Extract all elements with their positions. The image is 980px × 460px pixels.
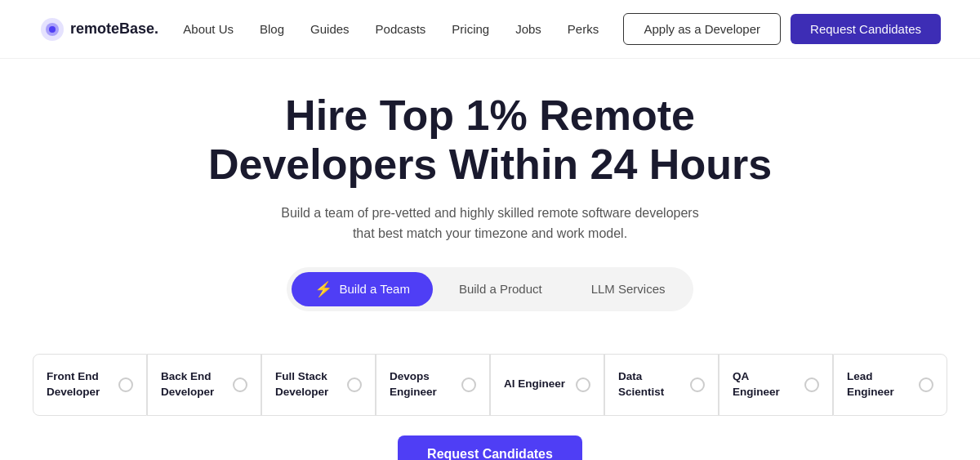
tabs-container: ⚡ Build a Team Build a Product LLM Servi… xyxy=(39,267,941,311)
hero-subtext: Build a team of pre-vetted and highly sk… xyxy=(278,203,702,244)
role-radio[interactable] xyxy=(118,377,133,392)
role-card-qa-engineer[interactable]: QA Engineer xyxy=(719,354,833,416)
nav-actions: Apply as a Developer Request Candidates xyxy=(623,13,941,45)
role-label: Data Scientist xyxy=(618,369,684,400)
logo-text: remoteBase. xyxy=(70,20,158,38)
role-radio[interactable] xyxy=(919,377,933,392)
nav-link-blog[interactable]: Blog xyxy=(260,22,284,36)
tab-llm-services-label: LLM Services xyxy=(591,282,666,296)
nav-link-about-us[interactable]: About Us xyxy=(183,22,234,36)
apply-developer-button[interactable]: Apply as a Developer xyxy=(623,13,781,45)
role-card-devops-engineer[interactable]: Devops Engineer xyxy=(376,354,490,416)
role-label: Full Stack Developer xyxy=(275,369,341,400)
role-card-back-end-developer[interactable]: Back End Developer xyxy=(147,354,261,416)
role-radio[interactable] xyxy=(690,377,705,392)
role-card-data-scientist[interactable]: Data Scientist xyxy=(604,354,719,416)
hero-section: Hire Top 1% Remote Developers Within 24 … xyxy=(0,59,980,354)
nav-link-perks[interactable]: Perks xyxy=(568,22,599,36)
tab-build-product[interactable]: Build a Product xyxy=(436,274,565,304)
role-card-front-end-developer[interactable]: Front End Developer xyxy=(33,354,147,416)
tab-build-team[interactable]: ⚡ Build a Team xyxy=(292,272,432,306)
tab-llm-services[interactable]: LLM Services xyxy=(568,274,688,304)
request-candidates-nav-button[interactable]: Request Candidates xyxy=(791,14,941,44)
navbar: remoteBase. About UsBlogGuidesPodcastsPr… xyxy=(0,0,980,59)
hero-headline: Hire Top 1% Remote Developers Within 24 … xyxy=(39,92,941,190)
nav-link-podcasts[interactable]: Podcasts xyxy=(376,22,426,36)
svg-point-2 xyxy=(49,26,56,33)
role-radio[interactable] xyxy=(347,377,362,392)
nav-link-pricing[interactable]: Pricing xyxy=(452,22,489,36)
role-label: Devops Engineer xyxy=(390,369,455,400)
hero-headline-line2: Developers Within 24 Hours xyxy=(208,141,772,188)
nav-link-jobs[interactable]: Jobs xyxy=(515,22,541,36)
tab-build-team-label: Build a Team xyxy=(339,282,409,296)
role-label: AI Engineer xyxy=(504,377,565,392)
lightning-icon: ⚡ xyxy=(314,280,332,298)
role-label: Front End Developer xyxy=(47,369,112,400)
role-card-ai-engineer[interactable]: AI Engineer xyxy=(490,354,604,416)
request-candidates-cta-button[interactable]: Request Candidates xyxy=(398,435,582,460)
role-radio[interactable] xyxy=(804,377,819,392)
role-card-full-stack-developer[interactable]: Full Stack Developer xyxy=(261,354,376,416)
nav-link-guides[interactable]: Guides xyxy=(310,22,350,36)
tabs-group: ⚡ Build a Team Build a Product LLM Servi… xyxy=(287,267,693,311)
role-card-lead-engineer[interactable]: Lead Engineer xyxy=(833,354,947,416)
nav-links: About UsBlogGuidesPodcastsPricingJobsPer… xyxy=(183,22,599,37)
logo[interactable]: remoteBase. xyxy=(39,16,158,42)
role-radio[interactable] xyxy=(233,377,247,392)
hero-headline-line1: Hire Top 1% Remote xyxy=(285,92,695,139)
cta-row: Request Candidates xyxy=(0,435,980,460)
role-label: Lead Engineer xyxy=(847,369,912,400)
roles-row: Front End DeveloperBack End DeveloperFul… xyxy=(0,354,980,416)
tab-build-product-label: Build a Product xyxy=(459,282,542,296)
role-label: QA Engineer xyxy=(733,369,798,400)
role-radio[interactable] xyxy=(576,377,590,392)
role-label: Back End Developer xyxy=(161,369,226,400)
role-radio[interactable] xyxy=(461,377,476,392)
